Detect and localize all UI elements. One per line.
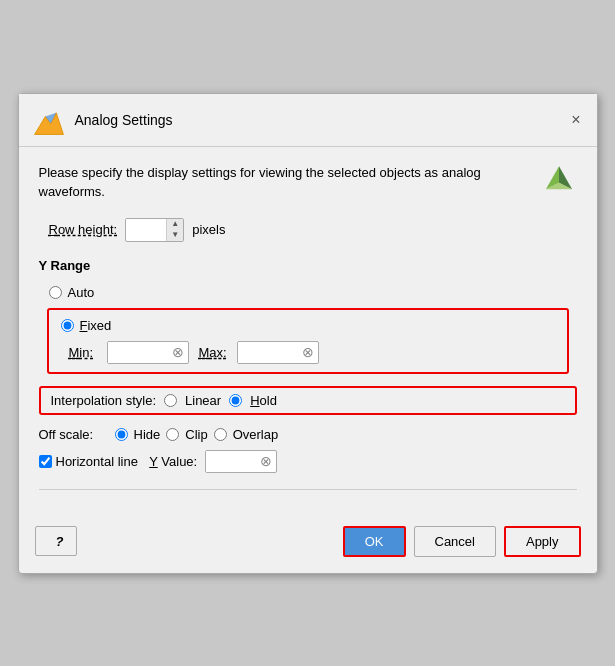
dialog-title: Analog Settings [75,112,173,128]
y-value-label: Y Value: [146,454,197,469]
linear-label[interactable]: Linear [185,393,221,408]
y-value-clear-button[interactable]: ⊗ [256,454,276,468]
hide-radio[interactable] [115,428,128,441]
off-scale-row: Off scale: Hide Clip Overlap [39,423,577,446]
help-button[interactable]: ? [35,526,77,556]
overlap-radio[interactable] [214,428,227,441]
close-button[interactable]: × [567,111,584,129]
spinner-down-button[interactable]: ▼ [167,230,183,241]
horizontal-line-row: Horizontal line Y Value: 0 ⊗ [39,446,577,477]
auto-radio[interactable] [49,286,62,299]
fixed-label[interactable]: Fixed [80,318,112,333]
y-range-section: Y Range Auto Fixed Min: -3 ⊗ [39,258,577,374]
footer-buttons: OK Cancel Apply [343,526,581,557]
hold-label[interactable]: Hold [250,393,277,408]
footer-divider [39,489,577,490]
brand-logo-icon [541,163,577,199]
clip-label[interactable]: Clip [185,427,207,442]
matlab-logo-icon [31,102,67,138]
min-clear-button[interactable]: ⊗ [168,345,188,359]
ok-button[interactable]: OK [343,526,406,557]
footer: ? OK Cancel Apply [19,518,597,573]
horizontal-line-checkbox[interactable] [39,455,52,468]
cancel-button[interactable]: Cancel [414,526,496,557]
row-height-section: Row height: 100 ▲ ▼ pixels [39,218,577,242]
min-label: Min: [69,345,97,360]
min-input-container[interactable]: -3 ⊗ [107,341,189,364]
title-bar-left: Analog Settings [31,102,173,138]
interpolation-label: Interpolation style: [51,393,157,408]
min-input[interactable]: -3 [108,342,168,363]
max-label: Max: [199,345,227,360]
hide-label[interactable]: Hide [134,427,161,442]
description-row: Please specify the display settings for … [39,163,577,202]
min-max-row: Min: -3 ⊗ Max: 3 ⊗ [61,341,555,364]
spinner-up-button[interactable]: ▲ [167,219,183,230]
hold-radio[interactable] [229,394,242,407]
auto-label[interactable]: Auto [68,285,95,300]
fixed-header: Fixed [61,318,555,333]
apply-button[interactable]: Apply [504,526,581,557]
horizontal-line-label-text: Horizontal line [56,454,138,469]
spinner-buttons: ▲ ▼ [166,219,183,241]
y-value-input-container[interactable]: 0 ⊗ [205,450,277,473]
row-height-spinner[interactable]: 100 ▲ ▼ [125,218,184,242]
interpolation-box: Interpolation style: Linear Hold [39,386,577,415]
overlap-label[interactable]: Overlap [233,427,279,442]
max-input[interactable]: 3 [238,342,298,363]
title-bar: Analog Settings × [19,94,597,147]
row-height-label-text: Row height: [49,222,118,237]
row-height-unit: pixels [192,222,225,237]
auto-radio-row: Auto [39,281,577,304]
row-height-input[interactable]: 100 [126,219,166,240]
row-height-label: Row height: [49,222,118,237]
off-scale-label: Off scale: [39,427,109,442]
max-input-container[interactable]: 3 ⊗ [237,341,319,364]
fixed-radio[interactable] [61,319,74,332]
y-range-title: Y Range [39,258,577,273]
clip-radio[interactable] [166,428,179,441]
fixed-box: Fixed Min: -3 ⊗ Max: 3 ⊗ [47,308,569,374]
description-text: Please specify the display settings for … [39,163,529,202]
y-value-input[interactable]: 0 [206,451,256,472]
max-clear-button[interactable]: ⊗ [298,345,318,359]
linear-radio[interactable] [164,394,177,407]
analog-settings-dialog: Analog Settings × Please specify the dis… [18,93,598,574]
horizontal-line-checkbox-label[interactable]: Horizontal line [39,454,138,469]
dialog-body: Please specify the display settings for … [19,147,597,518]
